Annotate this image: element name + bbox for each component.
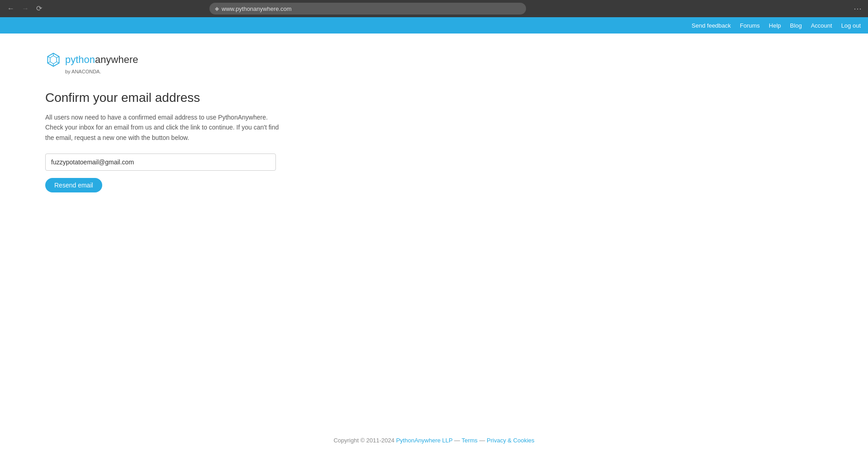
logo-anywhere: anywhere (95, 54, 138, 65)
account-link[interactable]: Account (811, 22, 832, 29)
footer: Copyright © 2011-2024 PythonAnywhere LLP… (0, 430, 868, 451)
blog-link[interactable]: Blog (790, 22, 802, 29)
browser-chrome: ← → ⟳ ◆ www.pythonanywhere.com ⋯ (0, 0, 868, 17)
dash-separator-2: — (478, 437, 487, 444)
logo-row: pythonanywhere (45, 52, 138, 68)
logo-python: python (65, 54, 95, 65)
description-text: All users now need to have a confirmed e… (45, 112, 280, 143)
back-button[interactable]: ← (5, 3, 16, 14)
shield-icon: ◆ (215, 5, 219, 12)
logo-text: pythonanywhere (65, 54, 138, 66)
dash-separator-1: — (452, 437, 461, 444)
more-button[interactable]: ⋯ (854, 4, 863, 14)
help-link[interactable]: Help (769, 22, 781, 29)
send-feedback-link[interactable]: Send feedback (692, 22, 731, 29)
logout-link[interactable]: Log out (841, 22, 861, 29)
forums-link[interactable]: Forums (740, 22, 760, 29)
terms-link[interactable]: Terms (461, 437, 477, 444)
by-anaconda-text: by ANACONDA. (65, 69, 101, 74)
svg-marker-1 (50, 56, 57, 64)
copyright-text: Copyright © 2011-2024 (333, 437, 396, 444)
privacy-link[interactable]: Privacy & Cookies (487, 437, 534, 444)
email-input[interactable] (45, 154, 276, 171)
url-text: www.pythonanywhere.com (222, 5, 292, 12)
page-title: Confirm your email address (45, 91, 317, 105)
logo-anaconda: by ANACONDA. (45, 69, 101, 74)
content-area: Confirm your email address All users now… (0, 91, 317, 192)
main-content: pythonanywhere by ANACONDA. Confirm your… (0, 34, 868, 430)
top-nav: Send feedback Forums Help Blog Account L… (0, 17, 868, 34)
resend-email-button[interactable]: Resend email (45, 178, 102, 192)
company-link[interactable]: PythonAnywhere LLP (396, 437, 453, 444)
logo-icon (45, 52, 62, 68)
logo-area: pythonanywhere by ANACONDA. (0, 52, 868, 74)
refresh-button[interactable]: ⟳ (34, 3, 44, 14)
forward-button[interactable]: → (20, 3, 31, 14)
address-bar: ◆ www.pythonanywhere.com (209, 3, 526, 14)
